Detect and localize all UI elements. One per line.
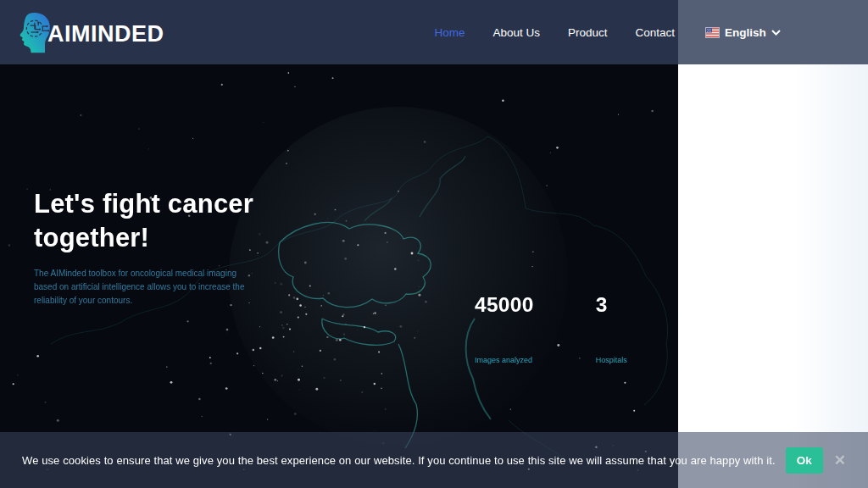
brand-logo[interactable]: AIMINDED — [12, 8, 164, 57]
stat-value: 45000 — [475, 293, 534, 317]
nav-link-home[interactable]: Home — [434, 26, 465, 39]
cookie-accept-button[interactable]: Ok — [786, 447, 823, 474]
stat-label: Hospitals — [596, 356, 627, 364]
chevron-down-icon — [771, 30, 781, 36]
cookie-close-icon[interactable]: ✕ — [834, 453, 846, 468]
page: Let's fight cancer together! The AIMinde… — [0, 0, 868, 488]
language-label: English — [725, 26, 766, 39]
nav-link-about-us[interactable]: About Us — [492, 26, 540, 39]
hero-section: Let's fight cancer together! The AIMinde… — [0, 64, 678, 488]
main-nav: Home About Us Product Contact — [434, 26, 678, 39]
language-selector[interactable]: English — [678, 0, 868, 64]
hero-content: Let's fight cancer together! The AIMinde… — [34, 187, 288, 308]
stat-label: Images analyzed — [475, 356, 534, 364]
cookie-message: We use cookies to ensure that we give yo… — [22, 454, 776, 467]
right-background-panel — [678, 64, 868, 488]
nav-link-contact[interactable]: Contact — [635, 26, 675, 39]
stat-value: 3 — [596, 293, 627, 317]
us-flag-icon — [706, 28, 719, 37]
stats-row: 45000 Images analyzed 3 Hospitals — [475, 293, 678, 364]
navbar: AIMINDED Home About Us Product Contact — [0, 0, 868, 64]
hero-title: Let's fight cancer together! — [34, 187, 288, 255]
hero-title-line1: Let's fight cancer — [34, 187, 288, 221]
nav-link-product[interactable]: Product — [568, 26, 608, 39]
hero-title-line2: together! — [34, 221, 288, 255]
brand-name: AIMINDED — [47, 21, 164, 47]
cookie-consent-bar: We use cookies to ensure that we give yo… — [0, 432, 868, 488]
stat-images-analyzed: 45000 Images analyzed — [475, 293, 534, 364]
stat-hospitals: 3 Hospitals — [596, 293, 627, 364]
hero-subtitle: The AIMinded toolbox for oncological med… — [34, 267, 258, 308]
